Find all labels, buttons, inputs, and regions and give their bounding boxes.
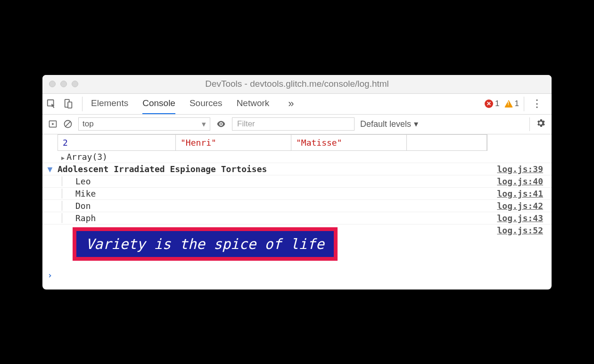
table-cell-empty (407, 135, 487, 150)
group-title: Adolescent Irradiated Espionage Tortoise… (58, 164, 267, 174)
gear-icon[interactable] (536, 118, 546, 131)
log-text: Leo (62, 176, 91, 186)
console-toolbar: top ▾ Default levels ▾ (42, 115, 552, 134)
styled-log-text: Variety is the spice of life (73, 227, 338, 261)
table-cell-index: 2 (58, 135, 176, 150)
separator (524, 97, 524, 111)
tabbar: Elements Console Sources Network » ✕ 1 1… (42, 94, 552, 115)
console-entry-array[interactable]: ▶Array(3) (42, 151, 552, 163)
console-group-item: Leo log.js:40 (42, 175, 552, 188)
svg-marker-4 (52, 123, 54, 125)
tabbar-right: ✕ 1 1 ⋮ (485, 94, 548, 114)
panel-tabs: Elements Console Sources Network » (82, 94, 294, 114)
console-entry-styled: Variety is the spice of life log.js:52 (42, 224, 552, 265)
chevron-down-icon: ▾ (202, 119, 206, 129)
tab-elements[interactable]: Elements (91, 94, 128, 114)
inspect-icon[interactable] (46, 99, 57, 109)
error-count: 1 (495, 99, 499, 108)
source-link[interactable]: log.js:41 (497, 189, 552, 199)
svg-line-6 (65, 121, 71, 127)
source-link[interactable]: log.js:43 (497, 213, 552, 223)
chevron-down-icon: ▾ (414, 119, 418, 129)
error-icon: ✕ (485, 99, 493, 108)
device-toolbar-icon[interactable] (63, 99, 74, 109)
source-link[interactable]: log.js:39 (497, 164, 552, 174)
source-link[interactable]: log.js:40 (497, 176, 552, 186)
filter-input[interactable] (232, 117, 355, 131)
log-levels-label: Default levels (360, 119, 411, 129)
tabbar-left (46, 94, 82, 114)
console-group-item: Don log.js:42 (42, 200, 552, 212)
clear-console-icon[interactable] (63, 119, 73, 129)
warning-count: 1 (515, 99, 519, 108)
table-cell-last: "Matisse" (296, 138, 342, 148)
collapse-arrow-icon[interactable]: ▼ (42, 164, 58, 174)
warning-badge[interactable]: 1 (504, 99, 519, 108)
log-text: Raph (62, 213, 96, 223)
warning-icon (504, 100, 513, 108)
log-text: Mike (62, 189, 96, 199)
tab-sources[interactable]: Sources (190, 94, 223, 114)
devtools-window: DevTools - devtools.glitch.me/console/lo… (42, 75, 552, 290)
table-row[interactable]: 2 "Henri" "Matisse" (58, 134, 487, 151)
console-group-item: Raph log.js:43 (42, 212, 552, 224)
traffic-close[interactable] (49, 81, 56, 87)
tab-network[interactable]: Network (237, 94, 270, 114)
array-label: Array(3) (66, 152, 107, 162)
prompt-icon: › (42, 270, 58, 280)
console-group-item: Mike log.js:41 (42, 188, 552, 200)
traffic-lights (42, 81, 78, 87)
log-levels-select[interactable]: Default levels ▾ (360, 119, 418, 129)
console-group-header[interactable]: ▼ Adolescent Irradiated Espionage Tortoi… (42, 163, 552, 175)
context-value: top (82, 119, 94, 129)
traffic-zoom[interactable] (72, 81, 78, 87)
expand-arrow-icon[interactable]: ▶ (61, 155, 65, 161)
svg-rect-2 (68, 102, 72, 108)
log-text: Don (62, 201, 91, 211)
context-select[interactable]: top ▾ (78, 117, 210, 131)
live-expression-icon[interactable] (216, 119, 226, 129)
window-title: DevTools - devtools.glitch.me/console/lo… (42, 79, 552, 89)
separator (529, 117, 530, 131)
error-badge[interactable]: ✕ 1 (485, 99, 499, 108)
table-cell-first: "Henri" (181, 138, 216, 148)
tab-console[interactable]: Console (142, 94, 175, 114)
source-link[interactable]: log.js:42 (497, 201, 552, 211)
main-menu-icon[interactable]: ⋮ (529, 98, 545, 110)
svg-point-7 (220, 123, 222, 125)
console-prompt[interactable]: › (42, 265, 552, 290)
sidebar-toggle-icon[interactable] (48, 119, 58, 129)
titlebar: DevTools - devtools.glitch.me/console/lo… (42, 75, 552, 94)
console-output: 2 "Henri" "Matisse" ▶Array(3) ▼ Adolesce… (42, 134, 552, 290)
source-link[interactable]: log.js:52 (497, 225, 552, 235)
traffic-minimize[interactable] (60, 81, 67, 87)
tab-overflow-icon[interactable]: » (288, 94, 294, 114)
